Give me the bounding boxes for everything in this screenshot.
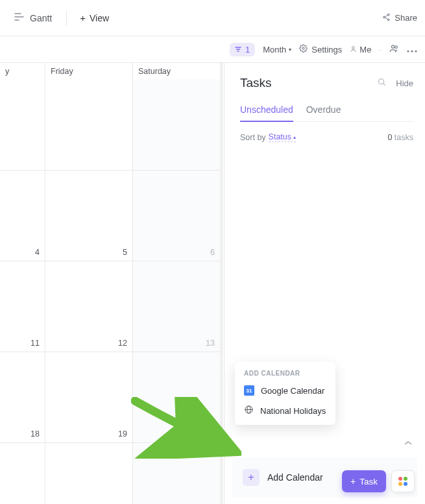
calendar-cell[interactable]: [45, 79, 133, 170]
calendar-header-cell: Friday: [45, 63, 133, 79]
calendar-header-label: Saturday: [138, 67, 171, 76]
share-icon: [382, 13, 391, 23]
main: y Friday Saturday 4561112131819202526 Ta…: [0, 62, 425, 504]
share-label: Share: [395, 13, 417, 23]
topbar: Gantt + View Share: [0, 0, 425, 36]
plus-icon: +: [80, 12, 86, 23]
fab-row: + Task: [342, 470, 415, 492]
svg-point-13: [391, 45, 394, 48]
divider: [66, 10, 67, 26]
calendar-cell[interactable]: 25: [0, 442, 45, 504]
sort-row: Sort by Status ▴ 0 tasks: [240, 132, 413, 142]
svg-point-17: [415, 50, 417, 52]
person-icon: [350, 45, 357, 54]
ellipsis-icon: [407, 45, 417, 54]
svg-point-11: [302, 47, 304, 49]
svg-point-16: [411, 50, 413, 52]
toolbar: 1 Month ▾ Settings Me ·: [0, 36, 425, 62]
tasks-count-word: tasks: [395, 133, 413, 142]
filter-chip[interactable]: 1: [230, 43, 255, 56]
calendar-date: 12: [118, 339, 127, 348]
tab-overdue[interactable]: Overdue: [306, 104, 341, 121]
calendar-date: 19: [118, 429, 127, 438]
me-filter-button[interactable]: Me: [350, 45, 371, 54]
calendar-cell[interactable]: 6: [133, 170, 221, 261]
calendar: y Friday Saturday 4561112131819202526: [0, 63, 224, 504]
chevron-up-icon: [404, 438, 412, 448]
calendar-cell[interactable]: 18: [0, 352, 45, 442]
period-selector[interactable]: Month ▾: [263, 45, 291, 54]
sort-prefix: Sort by: [240, 133, 266, 142]
separator-dot: ·: [379, 45, 382, 54]
collapse-section-button[interactable]: [404, 438, 412, 448]
tasks-count-num: 0: [387, 133, 392, 142]
calendar-header-label: y: [5, 67, 9, 76]
settings-button[interactable]: Settings: [299, 44, 342, 54]
more-button[interactable]: [407, 45, 417, 54]
svg-point-12: [352, 46, 355, 49]
calendar-cell[interactable]: 5: [45, 170, 133, 261]
gantt-view-button[interactable]: Gantt: [13, 10, 53, 26]
calendar-cell[interactable]: [133, 442, 221, 504]
apps-button[interactable]: [391, 470, 415, 492]
new-task-button[interactable]: + Task: [342, 470, 386, 492]
calendar-cell[interactable]: [133, 79, 221, 170]
calendar-cell[interactable]: 11: [0, 261, 45, 352]
sort-field-button[interactable]: Status ▴: [269, 132, 296, 142]
calendar-date: 5: [123, 248, 127, 257]
calendar-cell[interactable]: 13: [133, 261, 221, 352]
calendar-date: 13: [206, 339, 215, 348]
svg-point-14: [395, 46, 398, 49]
calendar-cell[interactable]: 12: [45, 261, 133, 352]
view-label: View: [90, 13, 109, 23]
calendar-header-cell: y: [0, 63, 45, 79]
svg-point-5: [388, 18, 390, 20]
svg-point-4: [383, 16, 385, 18]
calendar-date: 20: [206, 429, 215, 438]
panel-title-actions: Hide: [377, 77, 413, 89]
calendar-date: 4: [35, 248, 40, 257]
calendar-cell[interactable]: 4: [0, 170, 45, 261]
hide-panel-button[interactable]: Hide: [396, 78, 413, 88]
period-label: Month: [263, 45, 286, 54]
panel-resize-handle[interactable]: [221, 62, 225, 504]
svg-point-3: [388, 14, 390, 16]
svg-point-15: [407, 50, 409, 52]
popover-item-google-calendar[interactable]: 31 Google Calendar: [235, 381, 335, 400]
search-icon: [377, 79, 387, 89]
me-label: Me: [359, 45, 371, 54]
add-calendar-button[interactable]: + Add Calendar: [243, 469, 323, 486]
svg-line-6: [385, 15, 388, 16]
svg-point-18: [379, 79, 384, 84]
tabs: Unscheduled Overdue: [240, 104, 413, 122]
google-calendar-icon: 31: [244, 385, 254, 396]
tasks-count: 0 tasks: [387, 133, 413, 142]
plus-icon: +: [350, 476, 356, 486]
calendar-header-cell: Saturday: [133, 63, 221, 79]
calendar-cell[interactable]: 19: [45, 352, 133, 442]
calendar-cell[interactable]: [0, 79, 45, 170]
gear-icon: [299, 44, 308, 54]
tab-unscheduled[interactable]: Unscheduled: [240, 104, 293, 121]
sort-asc-icon: ▴: [293, 134, 296, 140]
add-calendar-label: Add Calendar: [267, 472, 323, 483]
popover-item-national-holidays[interactable]: National Holidays: [235, 400, 335, 421]
assignee-button[interactable]: [389, 44, 399, 54]
popover-title: ADD CALENDAR: [235, 368, 335, 381]
calendar-header: y Friday Saturday: [0, 63, 224, 79]
settings-label: Settings: [311, 45, 342, 54]
calendar-cell[interactable]: 20: [133, 352, 221, 442]
share-button[interactable]: Share: [382, 13, 417, 23]
popover-item-label: National Holidays: [260, 406, 326, 416]
search-button[interactable]: [377, 77, 387, 89]
calendar-cell[interactable]: 26: [45, 442, 133, 504]
add-view-button[interactable]: + View: [80, 12, 109, 23]
panel-title-row: Tasks Hide: [240, 76, 413, 90]
calendar-date: 6: [210, 248, 215, 257]
sort-field-label: Status: [269, 132, 291, 141]
calendar-date: 11: [30, 339, 40, 348]
tasks-panel: Tasks Hide Unscheduled Overdue Sort by S…: [224, 63, 425, 504]
sort-control: Sort by Status ▴: [240, 132, 296, 142]
filter-count: 1: [245, 45, 250, 54]
gantt-label: Gantt: [30, 13, 52, 23]
